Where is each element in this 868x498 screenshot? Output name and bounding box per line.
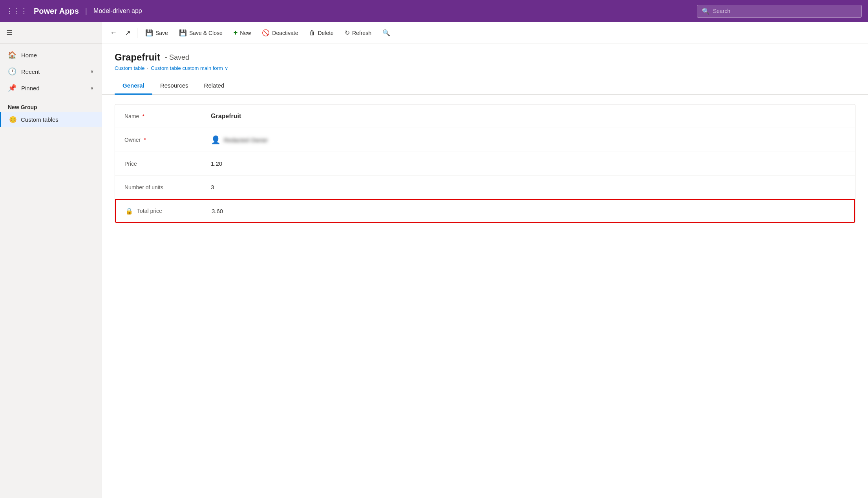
form-title: Grapefruit — [115, 52, 160, 63]
back-button[interactable]: ← — [107, 26, 120, 39]
owner-container: 👤 Redacted Owner — [211, 135, 846, 145]
sidebar-top: ☰ — [0, 22, 102, 44]
name-label-text: Name — [124, 113, 139, 119]
owner-person-icon: 👤 — [211, 135, 221, 145]
deactivate-button[interactable]: 🚫 Deactivate — [257, 27, 303, 39]
form-header: Grapefruit - Saved Custom table · Custom… — [102, 44, 868, 77]
owner-label-text: Owner — [124, 137, 141, 143]
field-label-owner: Owner * — [124, 137, 211, 143]
search-bar[interactable]: 🔍 — [697, 5, 862, 18]
form-content: Name * Grapefruit Owner * 👤 Redacted Own — [102, 95, 868, 498]
new-icon: + — [234, 29, 238, 37]
breadcrumb-form-label: Custom table custom main form — [151, 65, 223, 71]
toolbar-search-icon: 🔍 — [382, 29, 390, 37]
pinned-icon: 📌 — [8, 84, 16, 92]
field-value-name[interactable]: Grapefruit — [211, 113, 846, 120]
top-header: ⋮⋮⋮ Power Apps | Model-driven app 🔍 — [0, 0, 868, 22]
breadcrumb-chevron: ∨ — [225, 65, 228, 71]
main-layout: ☰ 🏠 Home 🕐 Recent ∨ 📌 Pinned ∨ New Group… — [0, 22, 868, 498]
recent-chevron: ∨ — [90, 69, 94, 74]
deactivate-label: Deactivate — [272, 30, 298, 36]
toolbar-sep-1 — [137, 28, 137, 38]
tab-general[interactable]: General — [115, 77, 152, 95]
form-tabs: General Resources Related — [102, 77, 868, 95]
field-value-units[interactable]: 3 — [211, 184, 846, 190]
sidebar-pinned-label: Pinned — [21, 85, 40, 92]
save-close-icon: 💾 — [179, 29, 187, 37]
price-label-text: Price — [124, 161, 137, 167]
search-button[interactable]: 🔍 — [378, 27, 395, 39]
delete-button[interactable]: 🗑 Delete — [304, 27, 338, 39]
sidebar-home-label: Home — [21, 52, 37, 59]
form-status: - Saved — [165, 53, 189, 62]
sidebar-item-pinned[interactable]: 📌 Pinned ∨ — [0, 80, 102, 96]
toolbar: ← ↗ 💾 Save 💾 Save & Close + New 🚫 Deacti… — [102, 22, 868, 44]
field-label-total-price: 🔒 Total price — [125, 207, 212, 215]
save-button[interactable]: 💾 Save — [141, 27, 173, 39]
field-row-name: Name * Grapefruit — [115, 104, 855, 128]
delete-label: Delete — [318, 30, 333, 36]
custom-tables-emoji: 😊 — [9, 116, 17, 123]
total-price-label-container: 🔒 Total price — [125, 207, 162, 215]
form-section: Name * Grapefruit Owner * 👤 Redacted Own — [115, 104, 855, 223]
refresh-label: Refresh — [352, 30, 371, 36]
hamburger-button[interactable]: ☰ — [6, 28, 13, 37]
field-row-total-price: 🔒 Total price 3.60 — [115, 199, 855, 223]
app-type: Model-driven app — [93, 7, 697, 15]
new-button[interactable]: + New — [229, 26, 256, 39]
external-link-icon: ↗ — [125, 29, 131, 37]
field-value-price[interactable]: 1.20 — [211, 160, 846, 167]
sidebar-custom-tables-label: Custom tables — [21, 116, 58, 123]
sidebar-group-label: New Group — [0, 99, 102, 112]
owner-required-indicator: * — [144, 137, 146, 143]
delete-icon: 🗑 — [309, 29, 315, 37]
breadcrumb-form[interactable]: Custom table custom main form ∨ — [151, 65, 228, 71]
deactivate-icon: 🚫 — [262, 29, 270, 37]
form-title-row: Grapefruit - Saved — [115, 52, 855, 63]
new-label: New — [240, 30, 251, 36]
sidebar-item-custom-tables[interactable]: 😊 Custom tables — [0, 112, 102, 127]
owner-name-text: Redacted Owner — [224, 137, 268, 143]
units-label-text: Number of units — [124, 184, 163, 190]
refresh-button[interactable]: ↻ Refresh — [340, 27, 376, 39]
field-label-price: Price — [124, 161, 211, 167]
save-icon: 💾 — [145, 29, 153, 37]
field-row-units: Number of units 3 — [115, 176, 855, 199]
tab-resources[interactable]: Resources — [152, 77, 196, 95]
sidebar-item-home[interactable]: 🏠 Home — [0, 47, 102, 63]
name-required-indicator: * — [142, 113, 144, 119]
header-divider: | — [85, 7, 87, 16]
search-input[interactable] — [713, 8, 857, 14]
save-label: Save — [155, 30, 168, 36]
refresh-icon: ↻ — [345, 29, 350, 37]
grid-icon[interactable]: ⋮⋮⋮ — [6, 7, 27, 15]
breadcrumb-table[interactable]: Custom table — [115, 65, 145, 71]
external-link-button[interactable]: ↗ — [122, 26, 134, 40]
field-value-total-price[interactable]: 3.60 — [212, 208, 845, 214]
recent-icon: 🕐 — [8, 67, 16, 76]
sidebar-nav: 🏠 Home 🕐 Recent ∨ 📌 Pinned ∨ — [0, 44, 102, 99]
save-close-button[interactable]: 💾 Save & Close — [174, 27, 227, 39]
field-value-owner[interactable]: 👤 Redacted Owner — [211, 135, 846, 145]
lock-icon: 🔒 — [125, 207, 133, 215]
sidebar-item-recent[interactable]: 🕐 Recent ∨ — [0, 63, 102, 80]
breadcrumb-separator: · — [147, 65, 149, 71]
content-area: ← ↗ 💾 Save 💾 Save & Close + New 🚫 Deacti… — [102, 22, 868, 498]
field-row-owner: Owner * 👤 Redacted Owner — [115, 128, 855, 152]
breadcrumb: Custom table · Custom table custom main … — [115, 65, 855, 71]
sidebar: ☰ 🏠 Home 🕐 Recent ∨ 📌 Pinned ∨ New Group… — [0, 22, 102, 498]
field-label-name: Name * — [124, 113, 211, 119]
field-label-units: Number of units — [124, 184, 211, 190]
search-icon: 🔍 — [702, 7, 710, 15]
field-row-price: Price 1.20 — [115, 152, 855, 176]
total-price-label-text: Total price — [137, 208, 162, 214]
sidebar-recent-label: Recent — [21, 68, 40, 75]
home-icon: 🏠 — [8, 51, 16, 59]
app-name: Power Apps — [34, 7, 79, 16]
save-close-label: Save & Close — [189, 30, 223, 36]
tab-related[interactable]: Related — [196, 77, 232, 95]
pinned-chevron: ∨ — [90, 85, 94, 91]
